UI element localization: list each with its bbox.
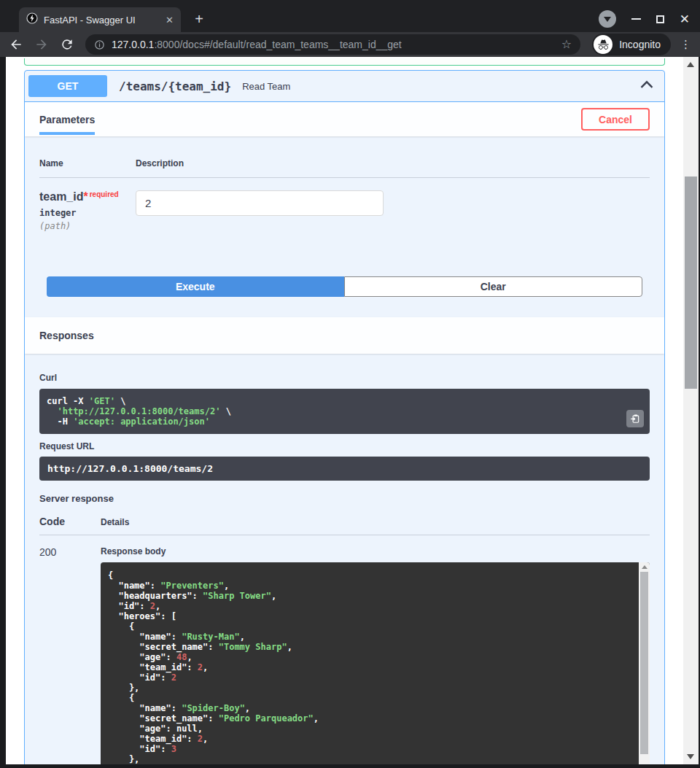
parameters-header: Parameters Cancel [25, 102, 664, 136]
arrow-down-icon [604, 17, 611, 22]
team-id-input[interactable] [136, 190, 384, 216]
endpoint-summary: Read Team [242, 81, 290, 92]
post-opblock-bottom-fragment [24, 58, 665, 66]
required-asterisk: * [83, 190, 88, 203]
tab-title: FastAPI - Swagger UI [44, 15, 160, 26]
endpoint-path: /teams/{team_id} [119, 79, 231, 93]
tab-close-icon[interactable]: ✕ [166, 15, 174, 25]
page-info-icon[interactable] [94, 39, 105, 50]
back-icon[interactable] [9, 37, 23, 52]
responses-heading: Responses [39, 330, 94, 341]
response-row-200: 200 Response body { "name": "Preventers"… [39, 535, 650, 764]
server-response-label: Server response [39, 493, 650, 504]
parameters-body: Name Description team_id*required intege… [25, 136, 664, 297]
parameter-name: team_id*required [39, 190, 136, 203]
execute-button[interactable]: Execute [47, 276, 344, 297]
browser-tab[interactable]: FastAPI - Swagger UI ✕ [19, 7, 181, 32]
url-bar[interactable]: 127.0.0.1:8000/docs#/default/read_team_t… [85, 34, 580, 55]
page-scrollbar[interactable] [683, 57, 699, 764]
parameter-type: integer [39, 208, 136, 218]
forward-icon[interactable] [34, 37, 49, 52]
reload-icon[interactable] [60, 37, 74, 52]
browser-menu-icon[interactable]: ⋮ [680, 38, 691, 51]
collapse-chevron-up-icon[interactable] [639, 77, 654, 95]
column-header-name: Name [39, 158, 136, 168]
server-response-table: Code Details 200 Response body { "name":… [39, 516, 650, 764]
scroll-up-arrow-icon[interactable] [642, 565, 648, 569]
incognito-label: Incognito [619, 39, 661, 50]
bookmark-star-icon[interactable]: ☆ [561, 39, 572, 50]
browser-toolbar: 127.0.0.1:8000/docs#/default/read_team_t… [0, 32, 700, 57]
url-text[interactable]: 127.0.0.1:8000/docs#/default/read_team_t… [112, 39, 402, 50]
opblock-summary[interactable]: GET /teams/{team_id} Read Team [25, 71, 664, 102]
incognito-icon [594, 35, 612, 54]
tab-parameters[interactable]: Parameters [39, 114, 95, 135]
opblock-get-teams: GET /teams/{team_id} Read Team Parameter… [24, 70, 665, 764]
browser-update-icon[interactable] [599, 10, 616, 28]
column-header-description: Description [136, 158, 184, 168]
page-scroll-down-icon[interactable] [687, 754, 694, 759]
window-maximize-button[interactable] [656, 15, 664, 23]
incognito-badge: Incognito [592, 34, 671, 55]
clear-button[interactable]: Clear [344, 276, 643, 297]
page-scroll-up-icon[interactable] [687, 62, 694, 67]
request-url-value: http://127.0.0.1:8000/teams/2 [39, 457, 650, 481]
response-body-scrollbar[interactable] [639, 562, 650, 764]
window-minimize-button[interactable] [631, 18, 641, 20]
page-content: GET /teams/{team_id} Read Team Parameter… [6, 57, 683, 764]
window-close-button[interactable]: ✕ [680, 13, 690, 26]
details-column-header: Details [101, 517, 129, 527]
parameter-location: (path) [39, 221, 136, 231]
curl-command-block: curl -X 'GET' \ 'http://127.0.0.1:8000/t… [39, 389, 650, 434]
browser-titlebar: FastAPI - Swagger UI ✕ + ✕ [0, 0, 700, 32]
parameter-row: team_id*required integer (path) [39, 178, 650, 231]
response-scrollbar-thumb[interactable] [640, 572, 648, 754]
url-path: :8000/docs#/default/read_team_teams__tea… [154, 39, 401, 50]
status-code: 200 [39, 546, 101, 764]
copy-to-clipboard-button[interactable] [626, 410, 644, 427]
response-body-label: Response body [101, 546, 650, 556]
required-label: required [90, 190, 119, 198]
curl-label: Curl [39, 373, 650, 383]
new-tab-button[interactable]: + [191, 12, 207, 28]
url-host: 127.0.0.1 [112, 39, 154, 50]
responses-body: Curl curl -X 'GET' \ 'http://127.0.0.1:8… [25, 354, 664, 764]
responses-header: Responses [25, 317, 664, 354]
page-scrollbar-thumb[interactable] [685, 177, 697, 389]
response-body-json: { "name": "Preventers", "headquarters": … [108, 570, 631, 764]
favicon-fastapi-icon [26, 12, 38, 27]
code-column-header: Code [39, 516, 101, 527]
request-url-label: Request URL [39, 441, 650, 451]
cancel-button[interactable]: Cancel [581, 108, 650, 131]
method-badge: GET [28, 75, 107, 97]
response-body-block: { "name": "Preventers", "headquarters": … [101, 562, 650, 764]
